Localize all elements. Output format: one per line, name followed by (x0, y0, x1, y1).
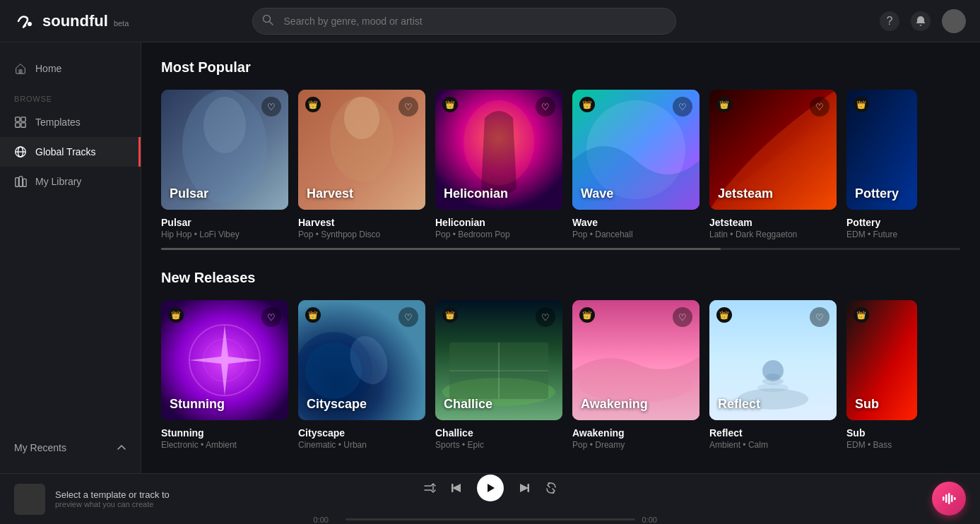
create-fab-button[interactable] (932, 482, 966, 516)
svg-rect-53 (943, 496, 945, 501)
svg-point-20 (344, 97, 379, 139)
pulsar-label: Pulsar (170, 186, 208, 201)
track-card-harvest[interactable]: 👑 Harvest ♡ Harvest Pop • Synthpop Disco (298, 90, 425, 239)
pulsar-genre: Hip Hop • LoFi Vibey (161, 230, 288, 239)
track-card-stunning[interactable]: 👑 Stunning ♡ Stunning Electronic • Ambie… (161, 300, 288, 450)
svg-rect-12 (16, 178, 19, 187)
sub-crown: 👑 (854, 307, 869, 323)
prev-button[interactable] (450, 482, 463, 494)
search-input[interactable] (252, 8, 676, 35)
track-card-sub[interactable]: 👑 Sub Sub EDM • Bass (846, 300, 917, 450)
svg-rect-56 (951, 495, 953, 502)
svg-point-46 (757, 383, 789, 392)
stunning-label: Stunning (170, 397, 225, 412)
track-card-awakening[interactable]: 👑 Awakening ♡ Awakening Pop • Dreamy (572, 300, 699, 450)
sidebar-item-global-tracks[interactable]: Global Tracks (0, 137, 141, 167)
sidebar-item-templates[interactable]: Templates (0, 107, 141, 137)
scroll-indicator-popular (161, 248, 960, 250)
player-select-text: Select a template or track to (55, 489, 170, 500)
heliconian-label: Heliconian (444, 186, 508, 201)
sidebar-item-home[interactable]: Home (0, 54, 141, 83)
cityscape-crown: 👑 (305, 307, 321, 323)
harvest-label: Harvest (307, 186, 353, 201)
reflect-heart-btn[interactable]: ♡ (810, 307, 830, 327)
progress-track[interactable] (346, 518, 635, 520)
harvest-crown: 👑 (305, 97, 321, 112)
svg-point-1 (28, 22, 32, 26)
wave-label: Wave (581, 186, 613, 201)
track-card-pulsar[interactable]: Pulsar ♡ Pulsar Hip Hop • LoFi Vibey (161, 90, 288, 239)
player-select-sub: preview what you can create (55, 500, 170, 508)
player-info: Select a template or track to preview wh… (55, 489, 170, 508)
challice-heart-btn[interactable]: ♡ (536, 307, 555, 327)
reflect-label: Reflect (718, 397, 760, 412)
new-releases-row: 👑 Stunning ♡ Stunning Electronic • Ambie… (161, 300, 960, 450)
play-button[interactable] (477, 475, 504, 501)
track-card-jetsteam[interactable]: 👑 Jetsteam ♡ Jetsteam Latin • Dark Regga… (709, 90, 837, 239)
sidebar-recents[interactable]: My Recents (0, 434, 141, 462)
recents-left: My Recents (14, 442, 66, 453)
awakening-heart-btn[interactable]: ♡ (673, 307, 692, 327)
jetsteam-heart-btn[interactable]: ♡ (810, 97, 830, 117)
awakening-genre: Pop • Dreamy (572, 440, 699, 450)
app-name: soundful (42, 12, 108, 30)
track-thumb-awakening: 👑 Awakening ♡ (572, 300, 699, 420)
track-card-wave[interactable]: 👑 Wave ♡ Wave Pop • Dancehall (572, 90, 699, 239)
challice-genre: Sports • Epic (435, 440, 562, 450)
harvest-genre: Pop • Synthpop Disco (298, 230, 425, 239)
svg-rect-49 (451, 484, 454, 492)
shuffle-button[interactable] (423, 482, 436, 494)
pottery-label: Pottery (855, 186, 899, 201)
svg-marker-50 (488, 484, 495, 492)
scroll-fill-popular (161, 248, 721, 250)
sidebar-global-label: Global Tracks (35, 146, 96, 157)
heliconian-name: Heliconian (435, 217, 562, 228)
svg-rect-6 (21, 117, 25, 121)
jetsteam-name: Jetsteam (709, 217, 837, 228)
most-popular-row: Pulsar ♡ Pulsar Hip Hop • LoFi Vibey (161, 90, 960, 239)
reflect-crown: 👑 (716, 307, 732, 323)
track-card-challice[interactable]: 👑 Challice ♡ Challice Sports • Epic (435, 300, 562, 450)
svg-rect-7 (16, 123, 20, 127)
awakening-label: Awakening (581, 397, 648, 412)
pottery-crown: 👑 (854, 97, 869, 112)
global-icon (14, 145, 27, 158)
stunning-heart-btn[interactable]: ♡ (261, 307, 281, 327)
cityscape-name: Cityscape (298, 427, 425, 439)
svg-rect-13 (19, 177, 23, 186)
svg-rect-57 (954, 497, 956, 500)
sidebar-item-my-library[interactable]: My Library (0, 167, 141, 196)
wave-heart-btn[interactable]: ♡ (673, 97, 692, 117)
wave-crown: 👑 (579, 97, 595, 112)
search-icon (262, 14, 273, 28)
track-thumb-pulsar: Pulsar ♡ (161, 90, 288, 210)
svg-rect-14 (23, 179, 27, 186)
sidebar-templates-label: Templates (35, 117, 81, 128)
challice-crown: 👑 (442, 307, 458, 323)
track-card-reflect[interactable]: 👑 Reflect ♡ Reflect Ambient • Calm (709, 300, 837, 450)
challice-name: Challice (435, 427, 562, 439)
track-card-cityscape[interactable]: 👑 Cityscape ♡ Cityscape Cinematic • Urba… (298, 300, 425, 450)
track-card-pottery[interactable]: 👑 Pottery Pottery EDM • Future (846, 90, 917, 239)
player-bar: Select a template or track to preview wh… (0, 473, 980, 524)
reflect-genre: Ambient • Calm (709, 440, 837, 450)
cityscape-heart-btn[interactable]: ♡ (399, 307, 418, 327)
help-icon[interactable]: ? (880, 11, 899, 31)
notifications-icon[interactable] (911, 11, 931, 31)
repeat-button[interactable] (545, 482, 557, 494)
harvest-heart-btn[interactable]: ♡ (399, 97, 418, 117)
svg-rect-8 (21, 123, 25, 127)
next-button[interactable] (518, 482, 531, 494)
user-avatar[interactable] (942, 9, 966, 33)
track-card-heliconian[interactable]: 👑 Heliconian ♡ Heliconian Pop • Bedroom … (435, 90, 562, 239)
awakening-name: Awakening (572, 427, 699, 439)
sidebar-library-label: My Library (35, 176, 81, 187)
jetsteam-genre: Latin • Dark Reggaeton (709, 230, 837, 239)
svg-rect-52 (527, 484, 529, 492)
pulsar-heart-btn[interactable]: ♡ (261, 97, 281, 117)
sidebar-home-label: Home (35, 63, 61, 74)
browse-section-label: Browse (0, 83, 141, 107)
track-thumb-challice: 👑 Challice ♡ (435, 300, 562, 420)
cityscape-genre: Cinematic • Urban (298, 440, 425, 450)
heliconian-heart-btn[interactable]: ♡ (536, 97, 555, 117)
